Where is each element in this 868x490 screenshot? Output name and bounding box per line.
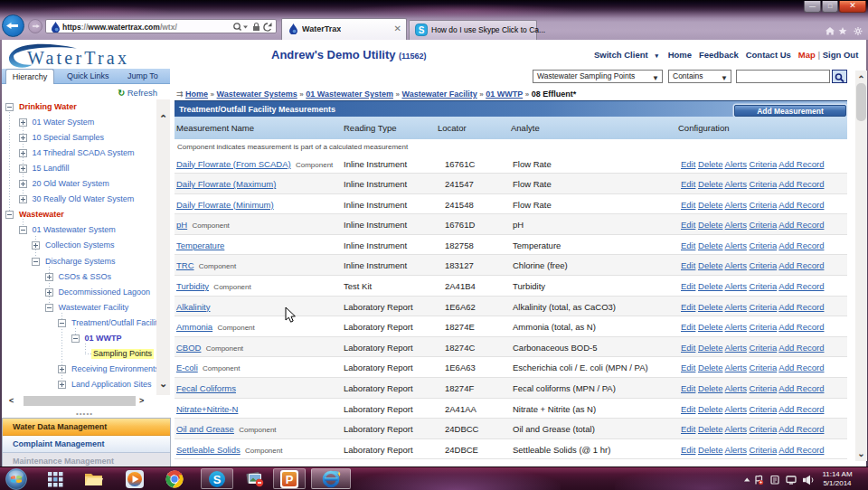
svg-text:P: P bbox=[286, 473, 294, 486]
svg-text:WaterTrax: WaterTrax bbox=[27, 48, 129, 68]
svg-text:S: S bbox=[419, 25, 425, 35]
svg-text:S: S bbox=[213, 473, 222, 486]
